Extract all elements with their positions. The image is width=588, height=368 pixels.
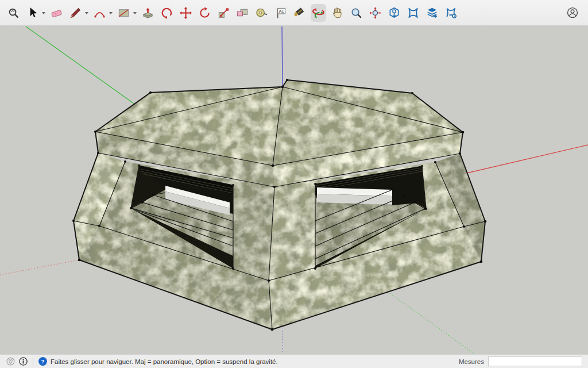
status-bar: ? Faites glisser pour naviguer. Maj = pa… — [0, 354, 588, 368]
search-icon — [7, 6, 20, 20]
select-icon — [26, 6, 39, 20]
extension-warehouse-tool-button[interactable] — [405, 4, 421, 22]
3d-viewport[interactable] — [0, 26, 588, 354]
solid-tools-tool-button[interactable] — [235, 4, 250, 22]
solid-tools-icon — [236, 6, 249, 20]
orbit-icon — [312, 6, 325, 20]
paint-icon — [293, 6, 306, 20]
statusbar-divider — [33, 358, 33, 366]
pan-tool-button[interactable] — [330, 4, 345, 22]
extension-manager-icon — [444, 6, 458, 20]
eraser-icon — [50, 6, 63, 20]
status-message: Faites glisser pour naviguer. Maj = pano… — [51, 358, 278, 365]
paint-tool-button[interactable] — [292, 4, 307, 22]
arc-tool-button[interactable] — [92, 4, 107, 22]
select-dropdown-caret-icon[interactable] — [42, 12, 45, 14]
text-tool-button[interactable]: A1 — [273, 4, 288, 22]
line-dropdown-caret-icon[interactable] — [85, 12, 88, 14]
help-icon[interactable]: ? — [38, 356, 48, 366]
scale-icon — [217, 6, 230, 20]
select-tool-button[interactable] — [25, 4, 40, 22]
rotate-tool-button[interactable] — [197, 4, 212, 22]
line-tool-button[interactable] — [68, 4, 83, 22]
extension-warehouse-icon — [407, 6, 420, 20]
toolbar: A1 — [0, 0, 588, 26]
measurements-label: Mesures — [459, 358, 484, 365]
move-tool-button[interactable] — [178, 4, 194, 22]
model-canvas[interactable] — [0, 26, 588, 354]
push-pull-tool-button[interactable] — [140, 4, 156, 22]
rectangle-icon — [117, 6, 130, 20]
zoom-tool-button[interactable] — [349, 4, 364, 22]
follow-me-tool-button[interactable] — [159, 4, 175, 22]
geolocation-icon[interactable] — [6, 356, 16, 366]
text-icon: A1 — [274, 6, 287, 20]
share-model-icon — [425, 6, 439, 20]
eraser-tool-button[interactable] — [49, 4, 64, 22]
3d-warehouse-tool-button[interactable] — [386, 4, 402, 22]
orbit-tool-button[interactable] — [311, 4, 326, 22]
tape-measure-icon — [255, 6, 268, 20]
3d-warehouse-icon — [388, 6, 401, 20]
line-icon — [69, 6, 82, 20]
sketchup-window: A1 — [0, 0, 588, 368]
rectangle-tool-button[interactable] — [116, 4, 131, 22]
rotate-icon — [198, 6, 211, 20]
credits-icon[interactable] — [18, 356, 28, 366]
scale-tool-button[interactable] — [216, 4, 231, 22]
push-pull-icon — [141, 6, 154, 20]
zoom-icon — [350, 6, 363, 20]
extension-manager-tool-button[interactable] — [443, 4, 459, 22]
follow-me-icon — [160, 6, 173, 20]
svg-text:A1: A1 — [279, 9, 284, 13]
move-icon — [179, 6, 192, 20]
tape-measure-tool-button[interactable] — [254, 4, 269, 22]
rectangle-dropdown-caret-icon[interactable] — [133, 12, 137, 14]
arc-icon — [93, 6, 106, 20]
help-glyph: ? — [41, 358, 45, 365]
search-tool-button[interactable] — [6, 4, 21, 22]
measurements-input[interactable] — [488, 356, 582, 366]
arc-dropdown-caret-icon[interactable] — [109, 12, 113, 14]
share-model-tool-button[interactable] — [424, 4, 440, 22]
pan-icon — [331, 6, 344, 20]
account-button[interactable] — [564, 4, 581, 21]
zoom-extents-tool-button[interactable] — [368, 4, 383, 22]
zoom-extents-icon — [369, 6, 382, 20]
